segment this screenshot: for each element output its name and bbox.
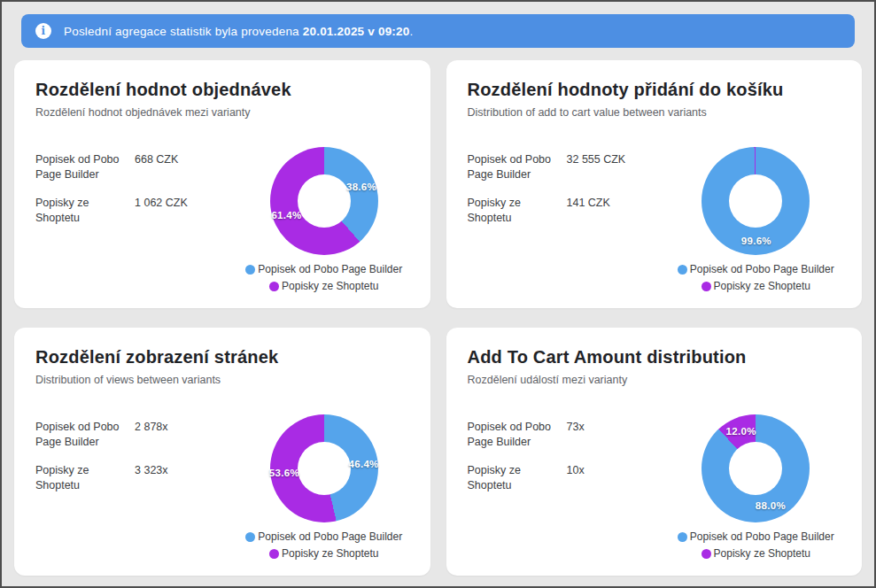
stat-row: Popisek od Pobo Page Builder 2 878x <box>35 420 239 450</box>
donut-hole <box>729 174 782 228</box>
slice-percentage-label: 61.4% <box>271 210 301 220</box>
slice-percentage-label: 12.0% <box>726 426 756 437</box>
legend-label: Popisky ze Shoptetu <box>714 280 810 292</box>
stat-value: 32 555 CZK <box>567 152 626 182</box>
legend-item: Popisky ze Shoptetu <box>702 280 810 292</box>
card-title: Rozdělení hodnoty přidání do košíku <box>468 80 841 100</box>
legend-item: Popisek od Pobo Page Builder <box>678 263 834 275</box>
legend-label: Popisky ze Shoptetu <box>714 547 810 560</box>
chart-legend: Popisek od Pobo Page Builder Popisky ze … <box>678 530 834 560</box>
card-body: Popisek od Pobo Page Builder 668 CZK Pop… <box>35 147 409 292</box>
card-title: Rozdělení hodnot objednávek <box>35 80 409 100</box>
cards-grid: Rozdělení hodnot objednávek Rozdělení ho… <box>14 60 862 576</box>
legend-dot-blue-icon <box>245 532 255 542</box>
stat-row: Popisky ze Shoptetu 3 323x <box>35 463 239 493</box>
stat-value: 2 878x <box>135 420 168 450</box>
legend-label: Popisky ze Shoptetu <box>282 547 378 560</box>
slice-percentage-label: 99.6% <box>741 236 771 246</box>
slice-percentage-label: 53.6% <box>269 468 299 478</box>
donut-ring: 88.0%12.0% <box>702 414 810 522</box>
card-subtitle: Distribution of views between variants <box>35 374 409 386</box>
legend-label: Popisek od Pobo Page Builder <box>258 530 402 543</box>
donut-chart: 99.6% Popisek od Pobo Page Builder Popis… <box>671 147 841 292</box>
stat-value: 1 062 CZK <box>135 196 188 226</box>
legend-dot-blue-icon <box>678 265 687 275</box>
donut-ring: 38.6%61.4% <box>270 147 378 255</box>
stat-label: Popisky ze Shoptetu <box>468 196 567 226</box>
donut-ring: 99.6% <box>702 147 810 255</box>
donut-hole <box>298 442 351 495</box>
stat-value: 141 CZK <box>567 196 610 226</box>
card-page-views-distribution: Rozdělení zobrazení stránek Distribution… <box>14 328 430 576</box>
legend-item: Popisky ze Shoptetu <box>702 547 810 560</box>
stats-list: Popisek od Pobo Page Builder 73x Popisky… <box>468 414 671 560</box>
legend-dot-purple-icon <box>269 282 279 291</box>
stats-list: Popisek od Pobo Page Builder 668 CZK Pop… <box>35 147 239 292</box>
legend-item: Popisek od Pobo Page Builder <box>245 530 402 543</box>
stat-label: Popisek od Pobo Page Builder <box>35 152 135 182</box>
banner-suffix: . <box>409 25 413 38</box>
stat-row: Popisky ze Shoptetu 141 CZK <box>468 196 671 226</box>
legend-dot-purple-icon <box>702 549 711 559</box>
info-icon: i <box>35 23 51 39</box>
card-body: Popisek od Pobo Page Builder 32 555 CZK … <box>468 147 841 292</box>
card-subtitle: Rozdělení událostí mezi varianty <box>468 374 841 386</box>
legend-dot-blue-icon <box>245 265 255 275</box>
card-order-value-distribution: Rozdělení hodnot objednávek Rozdělení ho… <box>14 60 430 308</box>
slice-percentage-label: 88.0% <box>756 500 786 511</box>
card-body: Popisek od Pobo Page Builder 2 878x Popi… <box>35 414 409 560</box>
stats-list: Popisek od Pobo Page Builder 2 878x Popi… <box>35 414 239 560</box>
chart-legend: Popisek od Pobo Page Builder Popisky ze … <box>245 530 402 560</box>
stat-row: Popisek od Pobo Page Builder 32 555 CZK <box>468 152 671 182</box>
legend-label: Popisky ze Shoptetu <box>282 280 378 292</box>
donut-ring: 46.4%53.6% <box>270 414 378 522</box>
legend-item: Popisky ze Shoptetu <box>269 547 378 560</box>
stat-value: 3 323x <box>135 463 168 493</box>
stat-label: Popisek od Pobo Page Builder <box>35 420 135 450</box>
legend-dot-blue-icon <box>678 532 687 542</box>
legend-item: Popisek od Pobo Page Builder <box>678 530 834 543</box>
legend-label: Popisek od Pobo Page Builder <box>258 263 402 275</box>
donut-hole <box>298 174 351 228</box>
card-title: Rozdělení zobrazení stránek <box>35 347 409 368</box>
card-add-to-cart-amount-distribution: Add To Cart Amount distribution Rozdělen… <box>446 328 863 576</box>
card-subtitle: Rozdělení hodnot objednávek mezi variant… <box>35 106 409 119</box>
stat-label: Popisek od Pobo Page Builder <box>468 420 567 450</box>
stat-label: Popisky ze Shoptetu <box>35 196 135 226</box>
banner-message: Poslední agregace statistik byla provede… <box>64 25 299 38</box>
legend-label: Popisek od Pobo Page Builder <box>690 263 834 275</box>
donut-chart: 38.6%61.4% Popisek od Pobo Page Builder … <box>239 147 409 292</box>
donut-chart: 88.0%12.0% Popisek od Pobo Page Builder … <box>671 414 841 560</box>
legend-item: Popisky ze Shoptetu <box>269 280 378 292</box>
stat-row: Popisky ze Shoptetu 10x <box>468 463 671 493</box>
card-add-to-cart-value-distribution: Rozdělení hodnoty přidání do košíku Dist… <box>446 60 863 308</box>
stat-row: Popisky ze Shoptetu 1 062 CZK <box>35 196 239 226</box>
legend-dot-purple-icon <box>702 282 711 291</box>
card-subtitle: Distribution of add to cart value betwee… <box>468 106 841 119</box>
stat-label: Popisek od Pobo Page Builder <box>468 152 567 182</box>
legend-dot-purple-icon <box>269 549 279 559</box>
card-body: Popisek od Pobo Page Builder 73x Popisky… <box>468 414 841 560</box>
chart-legend: Popisek od Pobo Page Builder Popisky ze … <box>245 263 402 292</box>
stat-label: Popisky ze Shoptetu <box>468 463 567 493</box>
info-banner: i Poslední agregace statistik byla prove… <box>21 14 855 48</box>
slice-percentage-label: 38.6% <box>346 182 376 192</box>
stat-value: 10x <box>567 463 585 493</box>
donut-chart: 46.4%53.6% Popisek od Pobo Page Builder … <box>239 414 409 560</box>
stat-row: Popisek od Pobo Page Builder 73x <box>468 420 671 450</box>
card-title: Add To Cart Amount distribution <box>468 347 841 368</box>
legend-item: Popisek od Pobo Page Builder <box>245 263 402 275</box>
stat-value: 73x <box>567 420 585 450</box>
stat-row: Popisek od Pobo Page Builder 668 CZK <box>35 152 239 182</box>
slice-percentage-label: 46.4% <box>349 459 379 469</box>
stat-value: 668 CZK <box>135 152 178 182</box>
donut-hole <box>729 442 782 495</box>
stat-label: Popisky ze Shoptetu <box>35 463 135 493</box>
banner-timestamp: 20.01.2025 v 09:20 <box>303 25 410 38</box>
stats-list: Popisek od Pobo Page Builder 32 555 CZK … <box>468 147 671 292</box>
chart-legend: Popisek od Pobo Page Builder Popisky ze … <box>678 263 834 292</box>
banner-text: Poslední agregace statistik byla provede… <box>64 25 413 38</box>
legend-label: Popisek od Pobo Page Builder <box>690 530 834 543</box>
